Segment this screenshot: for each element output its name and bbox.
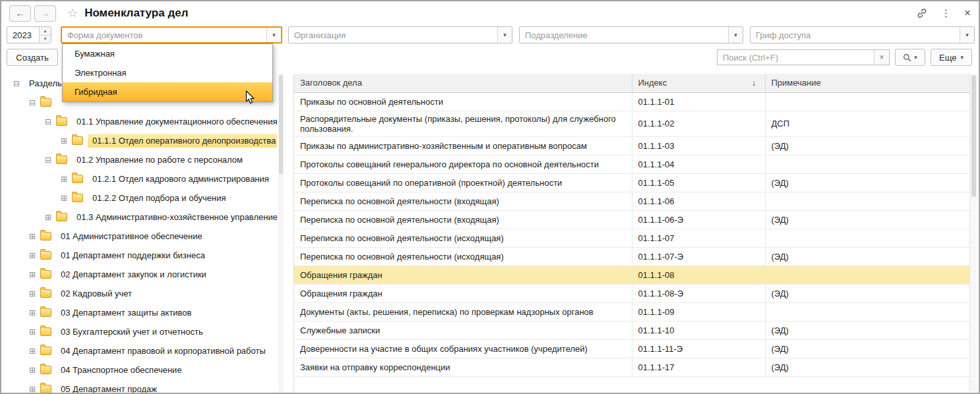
cell-title[interactable]: Приказы по основной деятельности <box>294 92 632 111</box>
tree-item[interactable]: ⊞ 01.1.1 Отдел оперативного делопроизвод… <box>5 131 277 150</box>
cell-title[interactable]: Служебные записки <box>294 321 632 339</box>
menu-kebab-icon[interactable]: ⋮ <box>941 7 951 19</box>
cell-note[interactable]: (ЭД) <box>765 339 970 358</box>
tree-expander-icon[interactable]: ⊟ <box>44 156 53 164</box>
year-spin-down[interactable]: ▼ <box>40 36 51 43</box>
cell-note[interactable]: ДСП <box>765 111 970 136</box>
tree-expander-icon[interactable]: ⊞ <box>28 290 37 298</box>
cell-note[interactable] <box>765 192 970 210</box>
cell-title[interactable]: Обращения граждан <box>294 266 632 284</box>
form-documents-combo[interactable]: Форма документов ▾ <box>61 26 282 43</box>
forward-button[interactable]: → <box>34 5 56 22</box>
search-button[interactable]: ▾ <box>895 49 925 66</box>
table-scrollbar[interactable] <box>969 74 977 391</box>
year-spinner[interactable]: 2023 ▲ ▼ <box>7 26 51 43</box>
cell-title[interactable]: Переписка по основной деятельности (вход… <box>294 210 632 229</box>
access-level-combo[interactable]: Гриф доступа ▾ <box>750 26 975 43</box>
tree-item[interactable]: ⊞ 02 Департамент закупок и логистики <box>5 265 277 284</box>
tree-scrollbar-thumb[interactable] <box>279 75 283 174</box>
chevron-down-icon[interactable]: ▾ <box>960 27 974 43</box>
tree-item[interactable]: ⊞ 03 Бухгалтерский учет и отчетность <box>5 322 277 341</box>
cell-index[interactable]: 01.1.1-09 <box>632 302 765 321</box>
cell-title[interactable]: Протоколы совещаний по оперативной (прое… <box>294 173 632 192</box>
tree-expander-icon[interactable]: ⊞ <box>28 252 37 260</box>
chevron-down-icon[interactable]: ▾ <box>728 27 743 43</box>
year-value[interactable]: 2023 <box>7 27 39 43</box>
cell-index[interactable]: 01.1.1-04 <box>632 155 765 173</box>
search-input[interactable] <box>718 50 874 65</box>
cell-note[interactable]: (ЭД) <box>765 358 970 376</box>
create-button[interactable]: Создать <box>7 49 58 66</box>
cell-title[interactable]: Переписка по основной деятельности (исхо… <box>294 229 632 247</box>
cell-note[interactable] <box>765 155 970 173</box>
chevron-down-icon[interactable]: ▾ <box>266 28 281 42</box>
tree-item[interactable]: ⊞ 01 Департамент поддержки бизнеса <box>5 246 277 265</box>
cell-note[interactable] <box>765 266 970 284</box>
tree-item[interactable]: ⊞ 01.3 Административно-хозяйственное упр… <box>5 208 277 227</box>
cell-index[interactable]: 01.1.1-06 <box>632 192 765 210</box>
table-row[interactable]: Обращения граждан 01.1.1-08 <box>294 266 970 284</box>
cell-note[interactable]: (ЭД) <box>765 210 970 229</box>
tree-item[interactable]: ⊟ 01.2 Управление по работе с персоналом <box>5 150 277 169</box>
tree-expander-icon[interactable]: ⊞ <box>28 309 37 317</box>
tree-item[interactable]: ⊞ 02 Кадровый учет <box>5 284 277 303</box>
tree-item[interactable]: ⊞ 03 Департамент защиты активов <box>5 303 277 322</box>
cell-index[interactable]: 01.1.1-11-Э <box>632 339 765 358</box>
tree-expander-icon[interactable]: ⊟ <box>28 99 37 107</box>
tree-expander-icon[interactable]: ⊞ <box>28 328 37 336</box>
tree-expander-icon[interactable]: ⊟ <box>12 80 21 88</box>
table-row[interactable]: Приказы по административно-хозяйственным… <box>294 136 970 155</box>
cell-index[interactable]: 01.1.1-06-Э <box>632 210 765 229</box>
tree-expander-icon[interactable]: ⊞ <box>28 385 37 393</box>
back-button[interactable]: ← <box>9 5 31 22</box>
tree-item[interactable]: ⊞ 04 Транспортное обеспечение <box>5 360 277 380</box>
table-row[interactable]: Доверенности на участие в общих собрания… <box>294 339 970 358</box>
dropdown-option[interactable]: Бумажная <box>63 44 272 63</box>
cell-title[interactable]: Переписка по основной деятельности (вход… <box>294 192 632 210</box>
table-row[interactable]: Распорядительные документы (приказы, реш… <box>294 111 970 136</box>
column-header-index[interactable]: Индекс ↓ <box>632 74 765 92</box>
table-row[interactable]: Переписка по основной деятельности (исхо… <box>294 229 970 247</box>
tree-item[interactable]: ⊞ 04 Департамент правовой и корпоративно… <box>5 341 277 360</box>
tree-expander-icon[interactable]: ⊞ <box>28 347 37 355</box>
table-scrollbar-thumb[interactable] <box>971 75 976 197</box>
dropdown-option[interactable]: Электронная <box>63 63 272 82</box>
close-icon[interactable]: × <box>964 7 971 20</box>
year-spin-up[interactable]: ▲ <box>40 27 51 36</box>
link-icon[interactable] <box>916 7 928 19</box>
cell-title[interactable]: Протоколы совещаний генерального директо… <box>294 155 632 173</box>
tree-item[interactable]: ⊞ 01 Административное обеспечение <box>5 227 277 246</box>
cell-note[interactable]: (ЭД) <box>765 284 970 302</box>
department-combo[interactable]: Подразделение ▾ <box>519 26 743 43</box>
cell-index[interactable]: 01.1.1-05 <box>632 173 765 192</box>
cell-note[interactable] <box>765 229 970 247</box>
cell-title[interactable]: Документы (акты, решения, переписка) по … <box>294 302 632 321</box>
cell-title[interactable]: Переписка по основной деятельности (исхо… <box>294 247 632 266</box>
cell-index[interactable]: 01.1.1-08 <box>632 266 765 284</box>
cell-index[interactable]: 01.1.1-10 <box>632 321 765 339</box>
cell-index[interactable]: 01.1.1-03 <box>632 136 765 155</box>
cell-note[interactable]: (ЭД) <box>765 173 970 192</box>
tree-expander-icon[interactable]: ⊞ <box>28 233 37 240</box>
tree-expander-icon[interactable]: ⊞ <box>28 366 37 374</box>
cell-note[interactable]: (ЭД) <box>765 136 970 155</box>
cell-index[interactable]: 01.1.1-01 <box>632 92 765 111</box>
column-header-title[interactable]: Заголовок дела <box>294 74 632 92</box>
cell-note[interactable] <box>765 92 970 111</box>
table-row[interactable]: Заявки на отправку корреспонденции 01.1.… <box>294 358 970 376</box>
tree-expander-icon[interactable]: ⊞ <box>28 271 37 279</box>
cell-index[interactable]: 01.1.1-08-Э <box>632 284 765 302</box>
tree-expander-icon[interactable]: ⊞ <box>59 175 69 183</box>
tree-expander-icon[interactable]: ⊞ <box>44 213 53 221</box>
column-header-note[interactable]: Примечание <box>765 74 970 92</box>
tree-expander-icon[interactable]: ⊞ <box>59 194 69 202</box>
cell-index[interactable]: 01.1.1-07-Э <box>632 247 765 266</box>
cell-title[interactable]: Заявки на отправку корреспонденции <box>294 358 632 376</box>
tree-item[interactable]: ⊟ 01.1 Управление документационного обес… <box>5 112 277 131</box>
clear-search-icon[interactable]: × <box>874 50 889 65</box>
cell-index[interactable]: 01.1.1-02 <box>632 111 765 136</box>
chevron-down-icon[interactable]: ▾ <box>497 27 512 43</box>
tree-item[interactable]: ⊞ 01.2.2 Отдел подбора и обучения <box>5 188 277 208</box>
cell-note[interactable] <box>765 302 970 321</box>
cell-index[interactable]: 01.1.1-17 <box>632 358 765 376</box>
